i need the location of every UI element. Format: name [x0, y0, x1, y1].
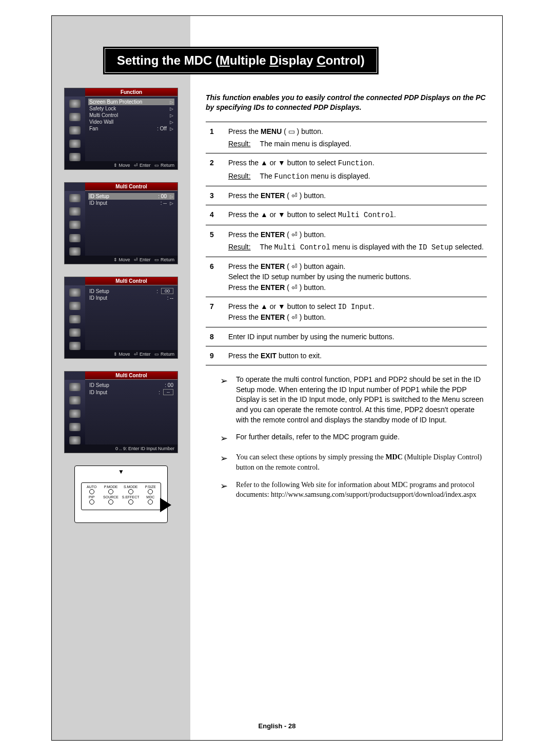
osd-row: Fan: Off ▷ — [88, 125, 174, 132]
title-d: D — [269, 53, 278, 67]
left-column: FunctionScreen Burn Protection ▷Safety L… — [52, 88, 190, 523]
osd-row: ID Setup: 00 ▷ — [88, 193, 174, 200]
step: 9Press the EXIT button to exit. — [206, 346, 487, 365]
title-c: C — [316, 53, 325, 67]
down-arrow-icon: ▼ — [118, 468, 124, 475]
remote-button: P.SIZE — [143, 485, 159, 494]
note: ➢To operate the multi control function, … — [206, 375, 487, 425]
osd-icon-strip — [65, 96, 85, 161]
remote-button: PIP — [84, 495, 100, 505]
osd-row: Multi Control ▷ — [88, 112, 174, 119]
pointer-icon — [160, 498, 171, 512]
osd-footer: ⇕ Move⏎ Enter▭ Return — [65, 161, 177, 169]
osd-row: ID Setup: 00 — [88, 287, 174, 295]
note: ➢Refer to the following Web site for inf… — [206, 480, 487, 500]
step: 3Press the ENTER ( ⏎ ) button. — [206, 186, 487, 205]
note-marker-icon: ➢ — [220, 375, 228, 425]
osd-header: Multi Control — [85, 183, 177, 191]
osd-icon-strip — [65, 191, 85, 256]
osd-header: Function — [85, 88, 177, 96]
steps-list: 1Press the MENU ( ▭ ) button.Result:The … — [206, 122, 487, 365]
remote-button: AUTO — [84, 485, 100, 494]
note-marker-icon: ➢ — [220, 452, 228, 472]
step: 1Press the MENU ( ▭ ) button.Result:The … — [206, 122, 487, 154]
osd-function-menu: FunctionScreen Burn Protection ▷Safety L… — [64, 88, 178, 170]
title-mid2: isplay — [279, 53, 317, 67]
step: 4Press the ▲ or ▼ button to select Multi… — [206, 205, 487, 225]
remote-button: S.EFFECT — [122, 495, 140, 505]
osd-row: Screen Burn Protection ▷ — [88, 99, 174, 105]
osd-list: ID Setup: 00ID Input: -- — [85, 380, 177, 444]
step: 5Press the ENTER ( ⏎ ) button.Result:The… — [206, 225, 487, 258]
osd-header: Multi Control — [85, 277, 177, 285]
note: ➢You can select these options by simply … — [206, 452, 487, 472]
osd-footer: ⇕ Move⏎ Enter▭ Return — [65, 350, 177, 358]
osd-footer: ⇕ Move⏎ Enter▭ Return — [65, 256, 177, 264]
step: 8Enter ID input number by using the nume… — [206, 327, 487, 346]
osd-list: ID Setup: 00 ▷ID Input: -- ▷ — [85, 191, 177, 256]
osd-icon-strip — [65, 380, 85, 444]
notes-list: ➢To operate the multi control function, … — [206, 375, 487, 500]
remote-button: S.MODE — [122, 485, 140, 494]
osd-row: ID Input: -- — [88, 295, 174, 301]
osd-multi-control-3: Multi ControlID Setup: 00ID Input: --0 .… — [64, 371, 178, 453]
note-marker-icon: ➢ — [220, 432, 228, 445]
step: 7Press the ▲ or ▼ button to select ID In… — [206, 297, 487, 327]
title-post: ontrol) — [326, 53, 365, 67]
step: 2Press the ▲ or ▼ button to select Funct… — [206, 153, 487, 186]
intro-text: This function enables you to easily cont… — [206, 93, 487, 112]
osd-row: Safety Lock ▷ — [88, 105, 174, 112]
osd-header: Multi Control — [85, 372, 177, 380]
remote-button: SOURCE — [103, 495, 118, 505]
osd-footer: 0 .. 9: Enter ID Input Number — [65, 444, 177, 453]
remote-inner: AUTOP.MODES.MODEP.SIZEPIPSOURCES.EFFECTM… — [81, 482, 161, 510]
osd-list: Screen Burn Protection ▷Safety Lock ▷Mul… — [85, 96, 177, 161]
osd-row: ID Setup: 00 — [88, 382, 174, 389]
osd-row: ID Input: -- ▷ — [88, 200, 174, 206]
page: Setting the MDC (Multiple Display Contro… — [0, 0, 554, 756]
osd-list: ID Setup: 00ID Input: -- — [85, 285, 177, 350]
remote-button: MDC — [143, 495, 159, 505]
osd-multi-control-2: Multi ControlID Setup: 00ID Input: --⇕ M… — [64, 277, 178, 359]
osd-row: Video Wall ▷ — [88, 119, 174, 125]
note-marker-icon: ➢ — [220, 480, 228, 500]
remote-control-diagram: ▼ AUTOP.MODES.MODEP.SIZEPIPSOURCES.EFFEC… — [74, 466, 168, 523]
title-pre: Setting the MDC ( — [117, 53, 220, 67]
osd-icon-strip — [65, 285, 85, 350]
remote-button-grid: AUTOP.MODES.MODEP.SIZEPIPSOURCES.EFFECTM… — [84, 485, 159, 505]
remote-button: P.MODE — [103, 485, 118, 494]
page-frame: Setting the MDC (Multiple Display Contro… — [51, 15, 503, 741]
page-footer: English - 28 — [52, 722, 502, 730]
note: ➢For further details, refer to the MDC p… — [206, 432, 487, 445]
osd-multi-control-1: Multi ControlID Setup: 00 ▷ID Input: -- … — [64, 182, 178, 264]
title-m: M — [220, 53, 230, 67]
right-column: This function enables you to easily cont… — [206, 93, 487, 709]
title-mid1: ultiple — [230, 53, 269, 67]
page-title: Setting the MDC (Multiple Display Contro… — [103, 47, 379, 74]
osd-row: ID Input: -- — [88, 389, 174, 396]
step: 6Press the ENTER ( ⏎ ) button again.Sele… — [206, 257, 487, 297]
